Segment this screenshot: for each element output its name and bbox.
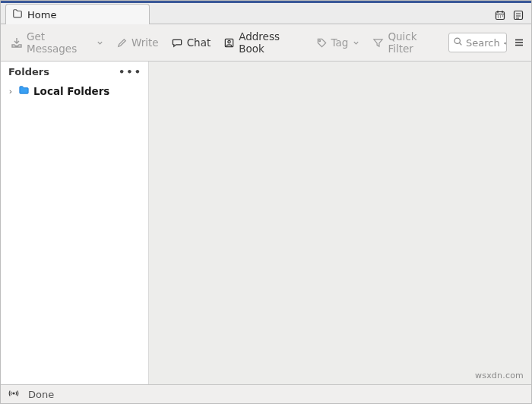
tag-icon [316, 37, 328, 49]
tab-strip: Home [1, 1, 531, 24]
search-input[interactable]: Search <C [448, 33, 507, 52]
pencil-icon [116, 37, 128, 49]
tree-item-label: Local Folders [33, 85, 109, 97]
app-window: Home Get Messages [0, 0, 532, 404]
tab-home[interactable]: Home [5, 4, 150, 24]
write-button[interactable]: Write [111, 33, 164, 52]
watermark: wsxdn.com [475, 371, 524, 380]
status-bar: Done [1, 384, 531, 403]
search-placeholder: Search <C [466, 37, 507, 49]
svg-point-6 [13, 392, 14, 393]
filter-icon [372, 37, 384, 49]
app-menu-button[interactable] [511, 34, 527, 51]
status-text: Done [28, 389, 54, 400]
folder-icon [18, 84, 30, 98]
chat-button[interactable]: Chat [166, 33, 217, 52]
chevron-down-icon [353, 39, 359, 46]
folder-pane-options-button[interactable]: ••• [119, 66, 142, 77]
tree-item-local-folders[interactable]: › Local Folders [5, 83, 144, 99]
online-status-icon[interactable] [8, 388, 19, 401]
get-messages-label: Get Messages [27, 30, 92, 55]
address-book-icon [223, 37, 235, 49]
main-body: Folders ••• › Local Folders [1, 62, 531, 384]
chevron-down-icon [97, 39, 103, 46]
tasks-button[interactable] [510, 7, 527, 24]
calendar-button[interactable] [492, 7, 508, 24]
address-book-label: Address Book [239, 30, 302, 55]
tab-label: Home [27, 9, 56, 21]
svg-point-4 [318, 39, 320, 41]
write-label: Write [131, 36, 159, 49]
chat-icon [172, 37, 183, 49]
chat-label: Chat [187, 36, 211, 49]
svg-point-5 [454, 38, 460, 43]
tag-label: Tag [331, 36, 349, 49]
tag-button[interactable]: Tag [311, 33, 366, 52]
main-toolbar: Get Messages Write Chat [1, 24, 531, 62]
content-area [149, 62, 531, 384]
svg-point-3 [228, 40, 230, 43]
search-icon [453, 36, 463, 49]
inbox-download-icon [11, 36, 23, 49]
quick-filter-label: Quick Filter [388, 30, 441, 55]
get-messages-button[interactable]: Get Messages [5, 27, 109, 58]
folder-pane: Folders ••• › Local Folders [1, 62, 149, 384]
address-book-button[interactable]: Address Book [218, 27, 308, 58]
home-tab-icon [12, 8, 23, 21]
folder-tree[interactable]: › Local Folders [1, 81, 148, 101]
folder-pane-title: Folders [8, 66, 49, 77]
quick-filter-button[interactable]: Quick Filter [367, 27, 446, 58]
folder-pane-header: Folders ••• [1, 62, 148, 81]
chevron-right-icon[interactable]: › [7, 87, 14, 96]
